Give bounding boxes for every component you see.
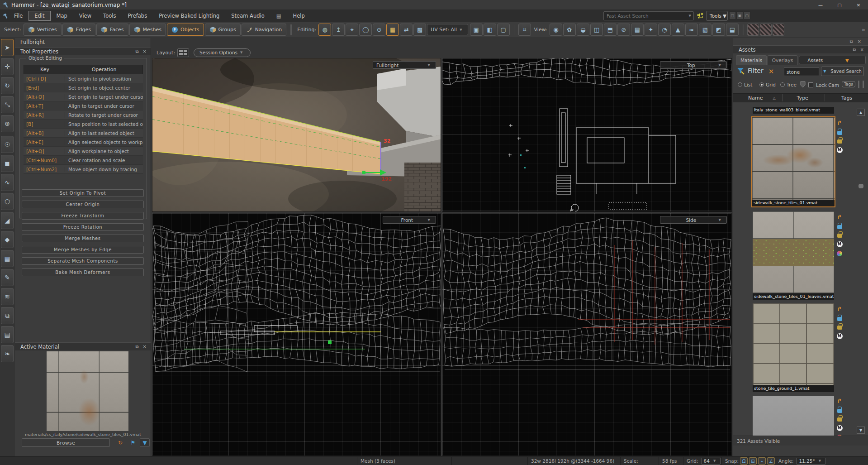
editing-lock-button[interactable]: ⊙ — [373, 24, 385, 36]
select-vertices-button[interactable]: Vertices — [24, 24, 62, 36]
lock-icon[interactable] — [837, 317, 842, 321]
menu-preview-baked-lighting[interactable]: Preview Baked Lighting — [153, 11, 225, 21]
scale-tool-button[interactable]: ⤡ — [1, 96, 14, 113]
viewport-3d[interactable]: 32 192 Fullbright▼ — [152, 58, 441, 212]
column-tags[interactable]: Tags — [841, 95, 852, 101]
view-hide-button[interactable]: ⊘ — [617, 24, 630, 36]
tags-toggle-button[interactable]: Tags — [842, 81, 855, 87]
material-dropdown-icon[interactable]: ▼ — [140, 438, 150, 447]
hatch-pattern-3-button[interactable] — [773, 24, 784, 36]
asset-label[interactable]: stone_tile_ground_1.vmat — [753, 385, 834, 392]
vertex-tool-button[interactable]: ◆ — [1, 231, 14, 248]
material-history-icon[interactable]: ↻ — [115, 438, 125, 447]
menu-view[interactable]: View — [73, 11, 97, 21]
editing-translate-button[interactable]: ◍ — [318, 24, 331, 36]
sculpt-tool-button[interactable]: ▤ — [1, 326, 14, 343]
viewport-top[interactable]: Top▼ — [442, 58, 732, 212]
side-view-dropdown[interactable]: Side▼ — [660, 216, 727, 224]
texture-tool-2-button[interactable]: ◧ — [484, 24, 496, 36]
snap-vertex-button[interactable]: ⌁ — [758, 457, 766, 465]
sort-triangle-icon[interactable]: △ — [773, 96, 775, 100]
clear-filter-button[interactable]: ✕ — [767, 67, 776, 76]
front-view-dropdown[interactable]: Front▼ — [383, 216, 436, 224]
redirect-icon[interactable]: ↱ — [837, 398, 842, 404]
asset-label[interactable]: sidewalk_stone_tiles_01_leaves.vmat — [753, 293, 834, 300]
tab-materials[interactable]: Materials — [736, 55, 767, 65]
thumb-size-slider[interactable] — [863, 81, 864, 88]
gizmo-handle[interactable] — [328, 340, 332, 344]
shield-icon[interactable] — [800, 81, 806, 89]
path-tool-button[interactable]: ∿ — [1, 174, 14, 191]
scrollbar-thumb[interactable] — [859, 184, 863, 188]
fast-asset-search-input[interactable] — [604, 13, 689, 19]
column-type[interactable]: Type — [797, 95, 808, 101]
color-variants-icon[interactable] — [837, 251, 842, 256]
saved-search-button[interactable]: ▼Saved Search — [821, 67, 864, 76]
menu-steam-audio[interactable]: Steam Audio — [225, 11, 270, 21]
lock-icon[interactable] — [837, 131, 842, 135]
texture-tool-3-button[interactable]: ▢ — [497, 24, 510, 36]
asset-label[interactable]: italy_stone_wall03_blend.vmat — [753, 107, 834, 114]
layout-grid-button[interactable] — [177, 48, 189, 57]
maximize-button[interactable]: ▢ — [830, 0, 849, 10]
scroll-down-button[interactable]: ▼ — [857, 427, 865, 434]
snap-magnet-button[interactable]: Ω — [740, 457, 748, 465]
redirect-icon[interactable]: ↱ — [837, 120, 842, 126]
column-name[interactable]: Name — [748, 95, 763, 101]
uv-move-button[interactable]: ⇄ — [400, 24, 413, 36]
view-mode-tree[interactable]: Tree — [780, 82, 797, 87]
menu-file[interactable]: File — [8, 11, 28, 21]
viewport-side[interactable]: Side▼ — [442, 213, 732, 456]
merge-meshes-button[interactable]: Merge Meshes — [22, 235, 144, 242]
view-fog-button[interactable]: ◔ — [658, 24, 671, 36]
gamepad-button[interactable]: ⌗ — [518, 24, 531, 36]
material-badge-icon[interactable]: M — [837, 147, 843, 153]
displacement-tool-button[interactable]: ≋ — [1, 288, 14, 305]
uv-scale-button[interactable]: ▩ — [413, 24, 426, 36]
toolbar-overflow-icon[interactable]: » — [862, 26, 865, 33]
float-panel-icon[interactable]: ⧉ — [135, 344, 138, 350]
polygon-tool-button[interactable]: ⬡ — [1, 193, 14, 210]
layout-preset-3[interactable]: ▢ — [744, 11, 750, 19]
block-tool-button[interactable]: ◼ — [1, 155, 14, 172]
view-textured-button[interactable]: ◫ — [590, 24, 603, 36]
uv-set-dropdown[interactable]: UV Set: All▼ — [427, 24, 468, 35]
foliage-tool-button[interactable]: ❧ — [1, 345, 14, 362]
active-material-preview[interactable] — [47, 351, 128, 431]
lock-open-icon[interactable] — [837, 139, 842, 144]
rotate-tool-button[interactable]: ↻ — [1, 77, 14, 94]
clip-tool-button[interactable]: ◢ — [1, 212, 14, 229]
view-water-button[interactable]: ≈ — [685, 24, 698, 36]
editing-normal-button[interactable]: ↥ — [332, 24, 345, 36]
render-mode-dropdown[interactable]: Fullbright▼ — [373, 61, 436, 69]
asset-thumbnail[interactable] — [753, 396, 834, 436]
view-split-button[interactable]: ◩ — [712, 24, 725, 36]
menu-map[interactable]: Map — [51, 11, 73, 21]
view-effects-button[interactable]: ✦ — [645, 24, 657, 36]
menu-help[interactable]: Help — [287, 11, 311, 21]
uv-checker-button[interactable]: ▦ — [386, 24, 399, 36]
pivot-tool-button[interactable]: ⊕ — [1, 115, 14, 132]
entity-tool-button[interactable]: ☉ — [1, 136, 14, 153]
center-origin-button[interactable]: Center Origin — [22, 201, 144, 208]
select-groups-button[interactable]: Groups — [205, 24, 241, 36]
lock-open-icon[interactable] — [837, 417, 842, 422]
top-view-dropdown[interactable]: Top▼ — [660, 61, 727, 69]
asset-thumbnail[interactable] — [753, 303, 834, 385]
view-mode-list[interactable]: List — [738, 82, 752, 87]
redirect-icon[interactable]: ↱ — [837, 214, 842, 221]
bake-mesh-deformers-button[interactable]: Bake Mesh Deformers — [22, 268, 144, 276]
float-dock-icon[interactable]: ⧉ — [850, 39, 853, 44]
close-panel-icon[interactable]: × — [860, 47, 864, 52]
lock-open-icon[interactable] — [837, 326, 842, 330]
material-badge-icon[interactable]: M — [837, 333, 843, 339]
merge-meshes-by-edge-button[interactable]: Merge Meshes by Edge — [22, 246, 144, 254]
close-button[interactable]: ✕ — [849, 0, 868, 10]
view-mode-grid[interactable]: Grid — [759, 82, 776, 87]
minimize-button[interactable]: — — [811, 0, 830, 10]
asset-item-selected[interactable]: sidewalk_stone_tiles_01.vmat — [751, 116, 835, 207]
select-faces-button[interactable]: Faces — [96, 24, 128, 36]
vconsole-icon[interactable]: ▤ — [270, 11, 287, 21]
float-panel-icon[interactable]: ⧉ — [135, 49, 138, 54]
layout-preset-2[interactable]: ▣ — [736, 11, 743, 19]
